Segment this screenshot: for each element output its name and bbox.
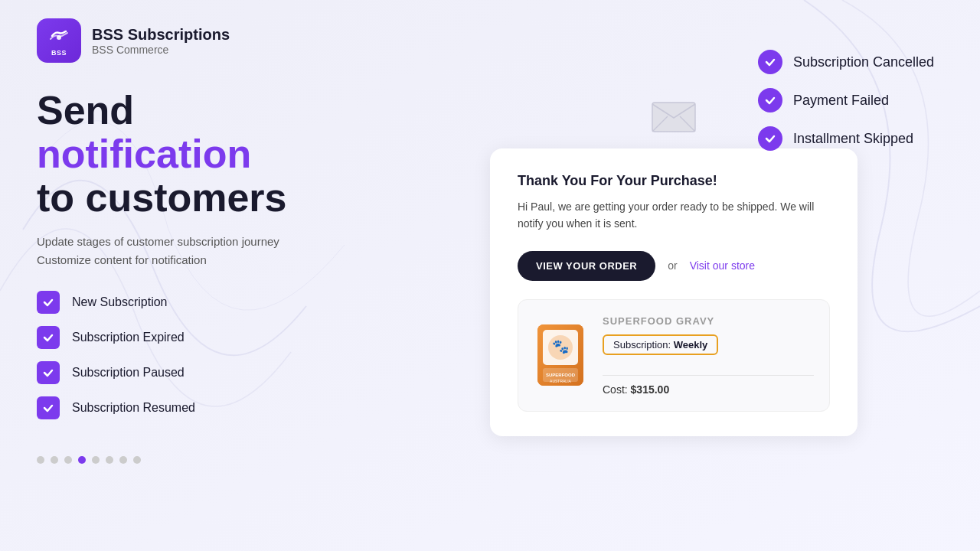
- feature-label-1: Subscription Expired: [72, 331, 185, 344]
- svg-point-1: [57, 35, 61, 40]
- bss-label: BSS: [51, 49, 67, 57]
- pagination-dot-5[interactable]: [92, 456, 100, 464]
- logo-icon: BSS: [37, 18, 81, 63]
- or-text: or: [668, 259, 677, 272]
- logo-subtitle: BSS Commerce: [92, 44, 230, 56]
- view-order-button[interactable]: VIEW YOUR ORDER: [518, 251, 655, 281]
- left-panel: Send notification to customers Update st…: [37, 89, 358, 464]
- svg-text:AUSTRALIA: AUSTRALIA: [550, 379, 571, 383]
- pagination-dots: [37, 456, 358, 464]
- check-label-subscription-cancelled: Subscription Cancelled: [793, 54, 934, 70]
- subtext: Update stages of customer subscription j…: [37, 233, 358, 269]
- feature-item-1: Subscription Expired: [37, 326, 358, 349]
- feature-list: New Subscription Subscription Expired Su…: [37, 291, 358, 419]
- logo-text: BSS Subscriptions BSS Commerce: [92, 26, 230, 56]
- feature-label-0: New Subscription: [72, 295, 168, 309]
- product-cost: Cost: $315.00: [603, 383, 814, 396]
- email-title: Thank You For Your Purchase!: [518, 173, 830, 189]
- check-label-installment-skipped: Installment Skipped: [793, 131, 913, 147]
- svg-text:SUPERFOOD: SUPERFOOD: [546, 373, 576, 377]
- feature-checkbox-2: [37, 361, 60, 384]
- svg-text:🐾: 🐾: [552, 338, 570, 355]
- pagination-dot-8[interactable]: [133, 456, 141, 464]
- email-card: Thank You For Your Purchase! Hi Paul, we…: [490, 148, 858, 436]
- feature-item-3: Subscription Resumed: [37, 396, 358, 419]
- check-circle-payment-failed: [758, 88, 782, 112]
- check-item-payment-failed: Payment Failed: [758, 88, 934, 112]
- pagination-dot-3[interactable]: [64, 456, 72, 464]
- product-info: SUPERFOOD GRAVY Subscription: Weekly Cos…: [603, 315, 814, 396]
- feature-checkbox-1: [37, 326, 60, 349]
- feature-item-0: New Subscription: [37, 291, 358, 314]
- desc2: Customize content for notification: [37, 251, 358, 269]
- pagination-dot-2[interactable]: [51, 456, 58, 464]
- feature-label-2: Subscription Paused: [72, 366, 185, 380]
- headline-line2: notification: [37, 132, 358, 176]
- logo-title: BSS Subscriptions: [92, 26, 230, 44]
- check-item-installment-skipped: Installment Skipped: [758, 126, 934, 151]
- product-divider: [603, 375, 814, 376]
- pagination-dot-1[interactable]: [37, 456, 44, 464]
- check-label-payment-failed: Payment Failed: [793, 93, 889, 109]
- feature-item-2: Subscription Paused: [37, 361, 358, 384]
- check-circle-installment-skipped: [758, 126, 782, 151]
- feature-label-3: Subscription Resumed: [72, 401, 195, 415]
- logo-container: BSS BSS Subscriptions BSS Commerce: [37, 18, 230, 63]
- headline-line3: to customers: [37, 176, 358, 220]
- email-actions: VIEW YOUR ORDER or Visit our store: [518, 251, 830, 281]
- feature-checkbox-3: [37, 396, 60, 419]
- headline: Send notification to customers: [37, 89, 358, 220]
- top-checklist: Subscription Cancelled Payment Failed In…: [758, 50, 934, 151]
- check-circle-subscription-cancelled: [758, 50, 782, 74]
- svg-rect-2: [652, 103, 695, 132]
- email-body: Hi Paul, we are getting your order ready…: [518, 198, 830, 233]
- feature-checkbox-0: [37, 291, 60, 314]
- pagination-dot-4[interactable]: [78, 456, 86, 464]
- pagination-dot-7[interactable]: [119, 456, 127, 464]
- check-item-subscription-cancelled: Subscription Cancelled: [758, 50, 934, 74]
- product-subscription-badge: Subscription: Weekly: [603, 334, 718, 355]
- desc1: Update stages of customer subscription j…: [37, 233, 358, 251]
- product-image: 🐾 SUPERFOOD AUSTRALIA: [534, 321, 587, 390]
- headline-line1: Send: [37, 89, 358, 132]
- envelope-icon: [651, 89, 697, 148]
- pagination-dot-6[interactable]: [106, 456, 113, 464]
- product-name: SUPERFOOD GRAVY: [603, 315, 814, 327]
- visit-store-link[interactable]: Visit our store: [690, 259, 755, 272]
- product-card: 🐾 SUPERFOOD AUSTRALIA SUPERFOOD GRAVY Su…: [518, 299, 830, 412]
